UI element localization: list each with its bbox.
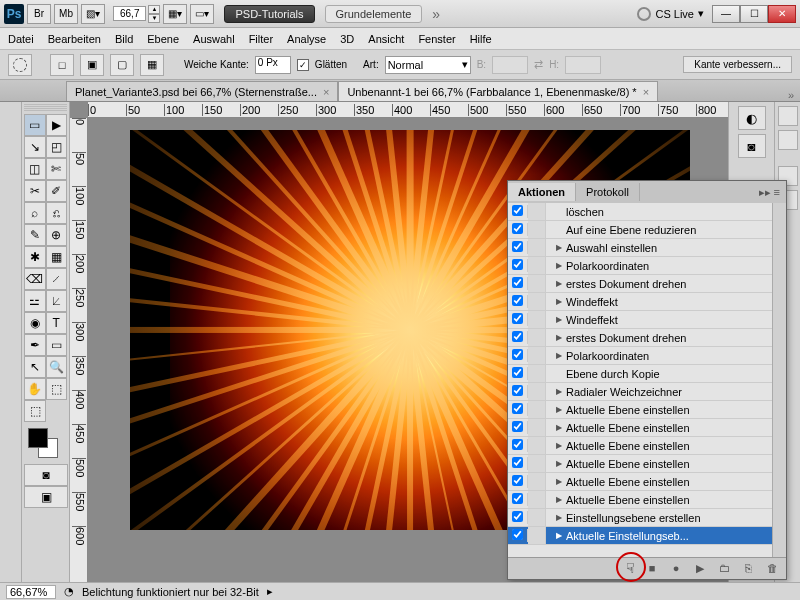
action-enable-checkbox[interactable]	[512, 457, 523, 468]
action-row[interactable]: ▶Radialer Weichzeichner	[508, 383, 786, 401]
action-dialog-toggle[interactable]	[528, 527, 546, 544]
panel-menu-icon[interactable]: ▸▸ ≡	[753, 186, 786, 199]
action-enable-checkbox[interactable]	[512, 529, 523, 540]
disclosure-icon[interactable]: ▶	[556, 531, 562, 540]
action-dialog-toggle[interactable]	[528, 293, 546, 310]
action-dialog-toggle[interactable]	[528, 401, 546, 418]
refine-edge-button[interactable]: Kante verbessern...	[683, 56, 792, 73]
tool-l-1[interactable]: ↘	[24, 136, 46, 158]
action-enable-checkbox[interactable]	[512, 439, 523, 450]
disclosure-icon[interactable]: ▶	[556, 333, 562, 342]
action-dialog-toggle[interactable]	[528, 473, 546, 490]
dock-icon-2[interactable]	[778, 130, 798, 150]
tool-preset[interactable]	[8, 54, 32, 76]
disclosure-icon[interactable]: ▶	[556, 405, 562, 414]
screen-mode-button[interactable]: ▧▾	[81, 4, 105, 24]
action-enable-checkbox[interactable]	[512, 331, 523, 342]
menu-filter[interactable]: Filter	[249, 33, 273, 45]
disclosure-icon[interactable]: ▶	[556, 441, 562, 450]
action-dialog-toggle[interactable]	[528, 383, 546, 400]
action-row[interactable]: ▶erstes Dokument drehen	[508, 329, 786, 347]
action-enable-checkbox[interactable]	[512, 205, 523, 216]
menu-analyse[interactable]: Analyse	[287, 33, 326, 45]
tool-r-3[interactable]: ✐	[46, 180, 68, 202]
action-row[interactable]: ▶Einstellungsebene erstellen	[508, 509, 786, 527]
tab-overflow-icon[interactable]: »	[782, 89, 800, 101]
foreground-swatch[interactable]	[28, 428, 48, 448]
psd-tutorials-button[interactable]: PSD-Tutorials	[224, 5, 314, 23]
menu-ansicht[interactable]: Ansicht	[368, 33, 404, 45]
tool-r-7[interactable]: ⟋	[46, 268, 68, 290]
tool-l-0[interactable]: ▭	[24, 114, 46, 136]
document-tab-2[interactable]: Unbenannt-1 bei 66,7% (Farbbalance 1, Eb…	[338, 81, 658, 101]
action-dialog-toggle[interactable]	[528, 239, 546, 256]
status-info-icon[interactable]: ◔	[64, 585, 74, 598]
ruler-horizontal[interactable]: 0501001502002503003504004505005506006507…	[88, 102, 728, 118]
action-row[interactable]: ▶Auswahl einstellen	[508, 239, 786, 257]
menu-fenster[interactable]: Fenster	[418, 33, 455, 45]
bridge-button[interactable]: Br	[27, 4, 51, 24]
tool-r-1[interactable]: ◰	[46, 136, 68, 158]
disclosure-icon[interactable]: ▶	[556, 423, 562, 432]
menu-auswahl[interactable]: Auswahl	[193, 33, 235, 45]
tool-l-8[interactable]: ⚍	[24, 290, 46, 312]
menu-ebene[interactable]: Ebene	[147, 33, 179, 45]
menu-3d[interactable]: 3D	[340, 33, 354, 45]
action-dialog-toggle[interactable]	[528, 221, 546, 238]
cs-live[interactable]: CS Live▾	[637, 7, 704, 21]
sel-int-icon[interactable]: ▦	[140, 54, 164, 76]
action-row[interactable]: ▶Aktuelle Ebene einstellen	[508, 491, 786, 509]
minimize-button[interactable]: —	[712, 5, 740, 23]
sel-sub-icon[interactable]: ▢	[110, 54, 134, 76]
action-enable-checkbox[interactable]	[512, 277, 523, 288]
status-menu-icon[interactable]: ▸	[267, 585, 273, 598]
tool-r-6[interactable]: ▦	[46, 246, 68, 268]
action-dialog-toggle[interactable]	[528, 311, 546, 328]
disclosure-icon[interactable]: ▶	[556, 513, 562, 522]
action-row[interactable]: ▶Aktuelle Ebene einstellen	[508, 437, 786, 455]
actions-list[interactable]: ▶löschen▶Auf eine Ebene reduzieren▶Auswa…	[508, 203, 786, 557]
action-row[interactable]: ▶Aktuelle Ebene einstellen	[508, 455, 786, 473]
tool-l-11[interactable]: ↖	[24, 356, 46, 378]
disclosure-icon[interactable]: ▶	[556, 315, 562, 324]
action-row[interactable]: ▶Ebene durch Kopie	[508, 365, 786, 383]
tool-r-0[interactable]: ▶	[46, 114, 68, 136]
tool-r-9[interactable]: T	[46, 312, 68, 334]
basics-button[interactable]: Grundelemente	[325, 5, 423, 23]
zoom-stepper[interactable]: ▲▼	[148, 5, 160, 23]
tool-r-12[interactable]: ⬚	[46, 378, 68, 400]
action-enable-checkbox[interactable]	[512, 349, 523, 360]
action-row[interactable]: ▶löschen	[508, 203, 786, 221]
more-workspaces-icon[interactable]: »	[432, 6, 440, 22]
tool-l-13[interactable]: ⬚	[24, 400, 46, 422]
action-dialog-toggle[interactable]	[528, 491, 546, 508]
menu-bearbeiten[interactable]: Bearbeiten	[48, 33, 101, 45]
action-dialog-toggle[interactable]	[528, 365, 546, 382]
action-dialog-toggle[interactable]	[528, 275, 546, 292]
tool-l-4[interactable]: ⌕	[24, 202, 46, 224]
record-button[interactable]: ●	[668, 562, 684, 576]
play-button[interactable]: ▶	[692, 562, 708, 576]
close-icon[interactable]: ×	[323, 86, 329, 98]
action-enable-checkbox[interactable]	[512, 367, 523, 378]
maximize-button[interactable]: ☐	[740, 5, 768, 23]
zoom-level[interactable]: 66,7	[113, 6, 146, 21]
action-dialog-toggle[interactable]	[528, 455, 546, 472]
toolbox-grip[interactable]	[24, 104, 67, 112]
action-dialog-toggle[interactable]	[528, 509, 546, 526]
minibridge-button[interactable]: Mb	[54, 4, 78, 24]
action-dialog-toggle[interactable]	[528, 257, 546, 274]
action-dialog-toggle[interactable]	[528, 347, 546, 364]
tool-l-3[interactable]: ✂	[24, 180, 46, 202]
close-icon[interactable]: ×	[643, 86, 649, 98]
action-enable-checkbox[interactable]	[512, 493, 523, 504]
action-row[interactable]: ▶Aktuelle Einstellungseb...	[508, 527, 786, 545]
tab-aktionen[interactable]: Aktionen	[508, 183, 576, 201]
arrange-button[interactable]: ▭▾	[190, 4, 214, 24]
close-button[interactable]: ✕	[768, 5, 796, 23]
action-row[interactable]: ▶Windeffekt	[508, 311, 786, 329]
action-dialog-toggle[interactable]	[528, 437, 546, 454]
adjustments-icon[interactable]: ◐	[738, 106, 766, 130]
color-swatches[interactable]	[24, 426, 67, 462]
action-enable-checkbox[interactable]	[512, 295, 523, 306]
